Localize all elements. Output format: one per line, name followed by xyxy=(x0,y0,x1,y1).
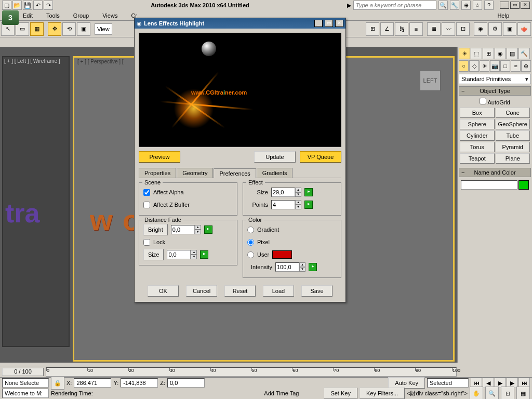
schematic-icon[interactable]: ⊡ xyxy=(456,22,470,36)
tab-preferences[interactable]: Preferences xyxy=(214,168,256,178)
move-icon[interactable]: ✥ xyxy=(48,22,61,36)
search-expand-icon[interactable]: ▶ xyxy=(347,2,351,9)
prim-teapot-button[interactable]: Teapot xyxy=(460,153,495,164)
bright-lock-icon[interactable]: ▸ xyxy=(204,225,212,234)
create-tab-icon[interactable]: ✳ xyxy=(459,48,470,59)
maximize-vp-icon[interactable]: ▦ xyxy=(516,387,530,399)
rollout-object-type[interactable]: Object Type xyxy=(459,86,531,96)
object-color-swatch[interactable] xyxy=(518,180,529,190)
effect-size-lock-icon[interactable]: ▸ xyxy=(304,188,313,196)
df-size-spinner[interactable] xyxy=(167,250,191,259)
autogrid-checkbox[interactable]: AutoGrid xyxy=(459,97,531,107)
scale-icon[interactable]: ▣ xyxy=(77,22,90,36)
qat-undo-icon[interactable]: ↶ xyxy=(33,1,43,10)
coord-y-field[interactable]: -141,838 xyxy=(121,378,158,388)
prim-torus-button[interactable]: Torus xyxy=(460,142,495,152)
tab-geometry[interactable]: Geometry xyxy=(177,168,213,178)
user-color-swatch[interactable] xyxy=(272,250,292,259)
color-user-radio[interactable] xyxy=(247,251,254,258)
qat-open-icon[interactable]: 📂 xyxy=(12,1,22,10)
df-size-button[interactable]: Size xyxy=(143,249,164,260)
load-button[interactable]: Load xyxy=(263,285,294,297)
object-name-field[interactable] xyxy=(461,180,517,190)
menu-tools[interactable]: Tools xyxy=(44,11,62,20)
comm-icon[interactable]: ⊕ xyxy=(461,1,471,10)
rotate-icon[interactable]: ⟲ xyxy=(62,22,76,36)
mirror-icon[interactable]: ⧎ xyxy=(395,22,408,36)
effect-size-spinner[interactable] xyxy=(271,188,295,197)
curve-editor-icon[interactable]: 〰 xyxy=(442,22,455,36)
modify-tab-icon[interactable]: ⬚ xyxy=(471,48,482,59)
render-frame-icon[interactable]: ▣ xyxy=(503,22,516,36)
minimize-button[interactable]: _ xyxy=(500,2,509,9)
color-gradient-radio[interactable] xyxy=(247,227,254,233)
lights-icon[interactable]: ☀ xyxy=(480,60,489,72)
affect-z-checkbox[interactable] xyxy=(143,202,150,208)
setkey-button[interactable]: Set Key xyxy=(324,388,357,399)
systems-icon[interactable]: ⊛ xyxy=(521,60,531,72)
tab-gradients[interactable]: Gradients xyxy=(257,168,293,178)
restore-button[interactable]: ▭ xyxy=(510,2,520,9)
bright-button[interactable]: Bright xyxy=(143,224,168,235)
search-icon[interactable]: 🔍 xyxy=(438,1,448,10)
viewport-left[interactable]: [ + ] [ Left ] [ Wireframe ] tra xyxy=(2,56,70,347)
key-icon[interactable]: 🔧 xyxy=(450,1,459,10)
ok-button[interactable]: OK xyxy=(148,285,179,297)
bright-spinner[interactable] xyxy=(171,225,195,234)
effect-points-lock-icon[interactable]: ▸ xyxy=(304,201,313,209)
category-dropdown[interactable]: Standard Primitives▾ xyxy=(459,74,531,84)
prim-geosphere-button[interactable]: GeoSphere xyxy=(496,119,530,129)
df-size-lock-icon[interactable]: ▸ xyxy=(200,250,208,259)
save-button[interactable]: Save xyxy=(301,285,332,297)
zoom-icon[interactable]: 🔍 xyxy=(485,387,499,399)
cancel-button[interactable]: Cancel xyxy=(186,285,217,297)
utilities-tab-icon[interactable]: 🔨 xyxy=(518,48,530,59)
fav-icon[interactable]: ☆ xyxy=(473,1,482,10)
dialog-maximize-button[interactable]: ▭ xyxy=(325,20,333,27)
update-button[interactable]: Update xyxy=(254,151,296,163)
app-menu-button[interactable]: 3 xyxy=(2,10,19,25)
helpers-icon[interactable]: □ xyxy=(500,60,510,72)
prim-tube-button[interactable]: Tube xyxy=(496,130,530,141)
display-tab-icon[interactable]: ▤ xyxy=(507,48,518,59)
prim-cylinder-button[interactable]: Cylinder xyxy=(460,130,495,141)
autokey-button[interactable]: Auto Key xyxy=(388,377,425,389)
qat-new-icon[interactable]: ▢ xyxy=(2,1,11,10)
effect-points-spinner[interactable] xyxy=(271,200,295,209)
coord-z-field[interactable]: 0,0 xyxy=(167,378,205,388)
menu-views[interactable]: Views xyxy=(100,11,119,20)
rollout-name-color[interactable]: Name and Color xyxy=(459,168,531,177)
intensity-spinner[interactable] xyxy=(275,262,299,272)
zoom-extents-icon[interactable]: ⊡ xyxy=(501,387,514,399)
affect-alpha-checkbox[interactable] xyxy=(143,189,150,196)
ref-coord-dropdown[interactable]: View xyxy=(95,23,112,35)
align-icon[interactable]: ≡ xyxy=(409,22,423,36)
qat-save-icon[interactable]: 💾 xyxy=(23,1,32,10)
key-selection-dropdown[interactable]: Selected xyxy=(427,378,469,388)
viewcube[interactable]: LEFT xyxy=(420,70,441,91)
motion-tab-icon[interactable]: ◉ xyxy=(495,48,506,59)
lock-checkbox[interactable] xyxy=(143,239,150,246)
angle-snap-icon[interactable]: ∠ xyxy=(380,22,394,36)
intensity-lock-icon[interactable]: ▸ xyxy=(309,263,317,271)
time-ruler[interactable]: 01020 304050 607080 90100 xyxy=(46,367,457,377)
dialog-close-button[interactable]: ✕ xyxy=(335,20,343,27)
vp-queue-button[interactable]: VP Queue xyxy=(300,151,341,163)
render-setup-icon[interactable]: ⚙ xyxy=(488,22,502,36)
color-pixel-radio[interactable] xyxy=(247,239,254,246)
reset-button[interactable]: Reset xyxy=(224,285,256,297)
help-icon[interactable]: ? xyxy=(484,1,494,10)
cameras-icon[interactable]: 📷 xyxy=(490,60,500,72)
preview-button[interactable]: Preview xyxy=(139,151,180,163)
pan-view-icon[interactable]: ✋ xyxy=(470,387,483,399)
menu-edit[interactable]: Edit xyxy=(21,11,35,20)
tab-properties[interactable]: Properties xyxy=(139,168,176,178)
qat-redo-icon[interactable]: ↷ xyxy=(44,1,53,10)
prim-plane-button[interactable]: Plane xyxy=(496,153,530,164)
geometry-icon[interactable]: ○ xyxy=(459,60,469,72)
prim-sphere-button[interactable]: Sphere xyxy=(460,119,495,129)
add-time-tag[interactable]: Add Time Tag xyxy=(264,390,299,396)
hierarchy-tab-icon[interactable]: ⊞ xyxy=(483,48,494,59)
prim-pyramid-button[interactable]: Pyramid xyxy=(496,142,530,152)
lock-selection-icon[interactable]: 🔒 xyxy=(51,376,64,390)
